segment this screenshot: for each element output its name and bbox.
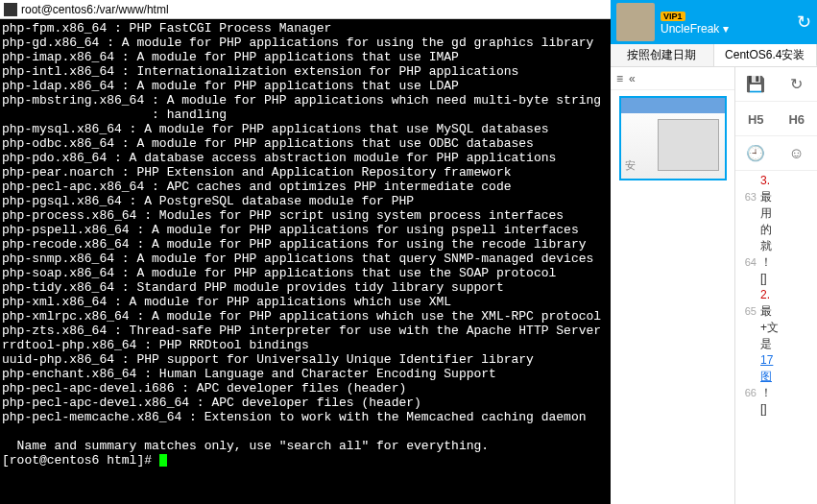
note-row: 17: [739, 352, 813, 369]
clock-icon[interactable]: 🕘: [735, 144, 777, 162]
terminal-line: [2, 424, 609, 439]
terminal-line: php-soap.x86_64 : A module for PHP appli…: [2, 266, 609, 280]
note-text: 3.: [760, 173, 813, 189]
tab-centos[interactable]: CentOS6.4安装: [714, 44, 818, 66]
terminal-line: php-gd.x86_64 : A module for PHP applica…: [2, 36, 609, 50]
note-text: 的: [760, 222, 813, 238]
note-row: 的: [739, 222, 813, 238]
terminal-line: php-pecl-apc-devel.x86_64 : APC develope…: [2, 396, 609, 410]
note-text: 17: [760, 352, 813, 369]
terminal-line: php-intl.x86_64 : Internationalization e…: [2, 64, 609, 79]
terminal-line: php-tidy.x86_64 : Standard PHP module pr…: [2, 280, 609, 295]
note-text: 是: [760, 336, 813, 352]
note-row: 就: [739, 238, 813, 254]
note-row: []: [739, 271, 813, 287]
terminal-line: php-enchant.x86_64 : Human Language and …: [2, 367, 609, 381]
editor-column: 💾 ↻ H5 H6 🕘 ☺ 3.63最用的就64！[]2.65最+文是17图66…: [735, 67, 817, 504]
note-text: +文: [760, 320, 813, 336]
redo-button[interactable]: ↻: [777, 75, 818, 93]
note-text: 最: [760, 189, 813, 205]
note-row: []: [739, 401, 813, 418]
line-number: [739, 271, 760, 287]
note-row: +文: [739, 320, 813, 336]
note-row: 65最: [739, 303, 813, 320]
line-number: [739, 369, 760, 385]
line-number: 65: [739, 303, 760, 320]
terminal-line: php-recode.x86_64 : A module for PHP app…: [2, 237, 609, 252]
right-panel: VIP1 UncleFreak ▾ ↻ 按照创建日期 CentOS6.4安装 ≡…: [611, 0, 817, 504]
line-number: [739, 222, 760, 238]
terminal-line: [root@centos6 html]#: [2, 453, 609, 468]
thumbnail-label: 安: [625, 158, 636, 173]
note-text: 图: [760, 369, 813, 385]
username[interactable]: UncleFreak: [661, 22, 719, 36]
line-number: 66: [739, 385, 760, 401]
terminal-line: php-xml.x86_64 : A module for PHP applic…: [2, 295, 609, 309]
terminal-line: php-pdo.x86_64 : A database access abstr…: [2, 151, 609, 165]
terminal-line: rrdtool-php.x86_64 : PHP RRDtool binding…: [2, 338, 609, 352]
terminal-line: php-pecl-memcache.x86_64 : Extension to …: [2, 410, 609, 424]
notes-list[interactable]: 3.63最用的就64！[]2.65最+文是17图66！[]: [735, 171, 817, 504]
terminal-line: php-mysql.x86_64 : A module for PHP appl…: [2, 122, 609, 136]
line-number: [739, 287, 760, 303]
terminal-line: php-zts.x86_64 : Thread-safe PHP interpr…: [2, 324, 609, 338]
note-text: []: [760, 271, 813, 287]
line-number: [739, 173, 760, 189]
line-number: 64: [739, 254, 760, 271]
line-number: [739, 401, 760, 418]
terminal-line: php-pecl-apc-devel.i686 : APC developer …: [2, 381, 609, 396]
collapse-icon[interactable]: «: [629, 72, 636, 85]
note-row: 用: [739, 205, 813, 222]
terminal-line: php-pecl-apc.x86_64 : APC caches and opt…: [2, 180, 609, 194]
terminal-line: php-imap.x86_64 : A module for PHP appli…: [2, 50, 609, 64]
vip-badge: VIP1: [661, 12, 685, 21]
note-text: 最: [760, 303, 813, 320]
tab-sort-by-date[interactable]: 按照创建日期: [611, 44, 714, 66]
chevron-down-icon[interactable]: ▾: [723, 22, 729, 36]
terminal-icon: [4, 3, 17, 16]
terminal-line: uuid-php.x86_64 : PHP support for Univer…: [2, 352, 609, 367]
list-icon[interactable]: ≡: [616, 72, 623, 85]
terminal-line: php-fpm.x86_64 : PHP FastCGI Process Man…: [2, 21, 609, 36]
save-button[interactable]: 💾: [735, 75, 777, 93]
terminal-line: php-snmp.x86_64 : A module for PHP appli…: [2, 252, 609, 266]
note-text: []: [760, 401, 813, 418]
line-number: [739, 238, 760, 254]
note-text: ！: [760, 254, 813, 271]
avatar[interactable]: [616, 3, 655, 41]
note-text: ！: [760, 385, 813, 401]
terminal-line: php-ldap.x86_64 : A module for PHP appli…: [2, 79, 609, 93]
terminal-output[interactable]: php-fpm.x86_64 : PHP FastCGI Process Man…: [0, 19, 611, 504]
terminal-line: Name and summary matches only, use "sear…: [2, 439, 609, 453]
note-row: 图: [739, 369, 813, 385]
note-row: 是: [739, 336, 813, 352]
heading6-button[interactable]: H6: [788, 112, 805, 127]
user-header: VIP1 UncleFreak ▾ ↻: [611, 0, 817, 44]
terminal-line: php-process.x86_64 : Modules for PHP scr…: [2, 208, 609, 223]
note-text: 用: [760, 205, 813, 222]
page-thumbnail[interactable]: 安: [619, 96, 727, 180]
terminal-line: php-pear.noarch : PHP Extension and Appl…: [2, 165, 609, 180]
terminal-line: php-pspell.x86_64 : A module for PHP app…: [2, 223, 609, 237]
line-number: [739, 336, 760, 352]
line-number: 63: [739, 189, 760, 205]
note-row: 63最: [739, 189, 813, 205]
note-row: 66！: [739, 385, 813, 401]
window-title: root@centos6:/var/www/html: [21, 3, 169, 16]
note-row: 64！: [739, 254, 813, 271]
note-text: 就: [760, 238, 813, 254]
terminal-line: php-odbc.x86_64 : A module for PHP appli…: [2, 136, 609, 151]
line-number: [739, 205, 760, 222]
terminal-line: php-mbstring.x86_64 : A module for PHP a…: [2, 93, 609, 108]
terminal-line: php-xmlrpc.x86_64 : A module for PHP app…: [2, 309, 609, 324]
thumbnail-sidebar: ≡ « 安: [611, 67, 735, 504]
line-number: [739, 352, 760, 369]
note-row: 2.: [739, 287, 813, 303]
terminal-line: php-pgsql.x86_64 : A PostgreSQL database…: [2, 194, 609, 208]
heading5-button[interactable]: H5: [748, 112, 764, 127]
line-number: [739, 320, 760, 336]
tab-strip: 按照创建日期 CentOS6.4安装: [611, 44, 817, 67]
cursor: [159, 454, 167, 467]
smile-icon[interactable]: ☺: [777, 145, 818, 162]
refresh-icon[interactable]: ↻: [797, 12, 811, 33]
